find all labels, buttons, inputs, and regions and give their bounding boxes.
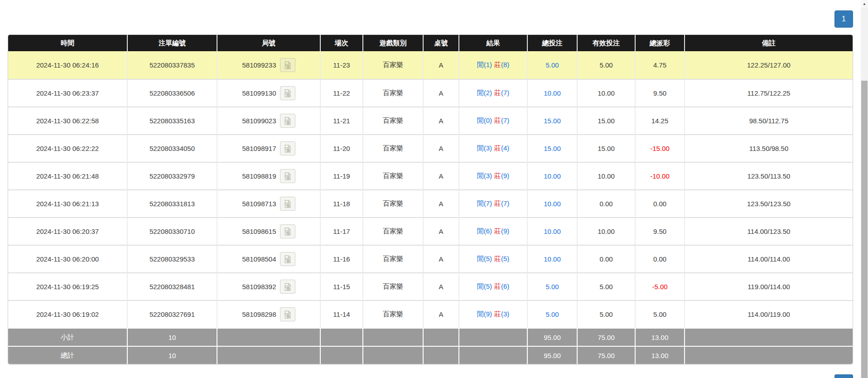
table-body: 2024-11-30 06:24:16 522080337835 5810992… [8, 51, 853, 328]
grand-total-valid-bet: 75.00 [577, 346, 635, 364]
video-replay-button[interactable] [280, 280, 295, 294]
subtotal-label: 小計 [8, 328, 127, 346]
cell-session: 11-15 [320, 272, 362, 300]
result-player: 閒(3) [477, 172, 492, 179]
grand-total-count: 10 [127, 346, 217, 364]
total-bet-link[interactable]: 10.00 [544, 172, 561, 180]
table-row: 2024-11-30 06:21:48 522080332979 5810988… [8, 162, 853, 189]
payout-value: 0.00 [653, 200, 666, 208]
result-banker-score: (6) [501, 282, 509, 290]
cell-result: 閒(3)莊(9) [458, 162, 527, 189]
cell-session: 11-21 [320, 107, 362, 134]
cell-time: 2024-11-30 06:19:25 [8, 272, 127, 300]
cell-result: 閒(5)莊(5) [458, 245, 527, 272]
total-bet-link[interactable]: 10.00 [544, 228, 561, 235]
table-header: 時間 注單編號 局號 場次 遊戲類別 桌號 結果 總投注 有效投注 總派彩 備註 [8, 35, 853, 51]
cell-session: 11-18 [320, 189, 362, 217]
header-result: 結果 [458, 35, 527, 51]
cell-bet-id: 522080337835 [127, 51, 217, 79]
result-player: 閒(9) [477, 310, 492, 318]
video-replay-button[interactable] [280, 114, 295, 128]
cell-time: 2024-11-30 06:22:22 [8, 134, 127, 162]
cell-remark: 123.50/123.50 [684, 189, 853, 217]
video-replay-button[interactable] [280, 86, 295, 100]
round-number: 581098504 [242, 255, 276, 263]
header-remark: 備註 [684, 35, 853, 51]
cell-time: 2024-11-30 06:24:16 [8, 51, 127, 79]
payout-value: -15.00 [650, 145, 670, 152]
cell-valid-bet: 15.00 [577, 107, 635, 134]
cell-remark: 114.00/119.00 [684, 300, 853, 328]
video-replay-icon [283, 89, 292, 98]
result-banker-score: (8) [501, 61, 509, 68]
scroll-up-arrow-icon[interactable]: ▲ [861, 0, 868, 8]
cell-total-bet: 5.00 [527, 300, 577, 328]
total-bet-link[interactable]: 15.00 [544, 145, 561, 152]
total-bet-link[interactable]: 15.00 [544, 117, 561, 125]
round-number: 581099233 [242, 61, 276, 69]
cell-game-type: 百家樂 [362, 189, 423, 217]
cell-bet-id: 522080334050 [127, 134, 217, 162]
cell-total-bet: 15.00 [527, 107, 577, 134]
cell-total-bet: 5.00 [527, 272, 577, 300]
cell-table-no: A [423, 189, 458, 217]
cell-payout: -5.00 [635, 272, 684, 300]
cell-round: 581098615 [217, 217, 320, 245]
total-bet-link[interactable]: 10.00 [544, 89, 561, 97]
video-replay-button[interactable] [280, 307, 295, 321]
cell-bet-id: 522080335163 [127, 107, 217, 134]
video-replay-button[interactable] [280, 58, 295, 72]
total-bet-link[interactable]: 10.00 [544, 255, 561, 263]
result-banker: 莊 [494, 255, 501, 262]
cell-bet-id: 522080331813 [127, 189, 217, 217]
grand-total-row: 總計 10 95.00 75.00 13.00 [8, 346, 853, 364]
page-1-button[interactable]: 1 [834, 10, 853, 28]
video-replay-icon [283, 172, 292, 181]
video-replay-icon [283, 144, 292, 153]
page-1-button-bottom-clipped[interactable] [834, 374, 853, 378]
cell-session: 11-17 [320, 217, 362, 245]
total-bet-link[interactable]: 5.00 [545, 310, 559, 318]
scrollbar-thumb[interactable] [861, 81, 868, 378]
cell-result: 閒(2)莊(7) [458, 79, 527, 107]
cell-result: 閒(3)莊(4) [458, 134, 527, 162]
cell-table-no: A [423, 217, 458, 245]
grand-total-label: 總計 [8, 346, 127, 364]
round-number: 581098392 [242, 283, 276, 291]
header-game-type: 遊戲類別 [362, 35, 423, 51]
cell-payout: 14.25 [635, 107, 684, 134]
result-banker-score: (4) [501, 144, 509, 152]
result-player: 閒(5) [477, 255, 492, 262]
cell-round: 581098392 [217, 272, 320, 300]
cell-result: 閒(1)莊(8) [458, 51, 527, 79]
video-replay-button[interactable] [280, 224, 295, 238]
cell-remark: 114.00/123.50 [684, 217, 853, 245]
cell-bet-id: 522080330710 [127, 217, 217, 245]
total-bet-link[interactable]: 10.00 [544, 200, 561, 208]
header-table-no: 桌號 [423, 35, 458, 51]
cell-valid-bet: 10.00 [577, 217, 635, 245]
cell-result: 閒(7)莊(7) [458, 189, 527, 217]
header-valid-bet: 有效投注 [577, 35, 635, 51]
result-banker: 莊 [494, 227, 501, 235]
cell-payout: 9.50 [635, 79, 684, 107]
result-banker-score: (7) [501, 116, 509, 124]
video-replay-button[interactable] [280, 252, 295, 266]
video-replay-button[interactable] [280, 169, 295, 183]
grand-total-empty-remark [684, 346, 853, 364]
cell-time: 2024-11-30 06:19:02 [8, 300, 127, 328]
cell-round: 581098917 [217, 134, 320, 162]
total-bet-link[interactable]: 5.00 [545, 61, 559, 69]
grand-total-empty-round [217, 346, 320, 364]
total-bet-link[interactable]: 5.00 [545, 283, 559, 291]
cell-time: 2024-11-30 06:21:48 [8, 162, 127, 189]
cell-total-bet: 10.00 [527, 245, 577, 272]
payout-value: 14.25 [651, 117, 669, 125]
vertical-scrollbar[interactable]: ▲ [861, 0, 868, 378]
cell-session: 11-22 [320, 79, 362, 107]
cell-payout: 4.75 [635, 51, 684, 79]
video-replay-button[interactable] [280, 197, 295, 211]
cell-valid-bet: 0.00 [577, 245, 635, 272]
video-replay-button[interactable] [280, 141, 295, 155]
subtotal-valid-bet: 75.00 [577, 328, 635, 346]
